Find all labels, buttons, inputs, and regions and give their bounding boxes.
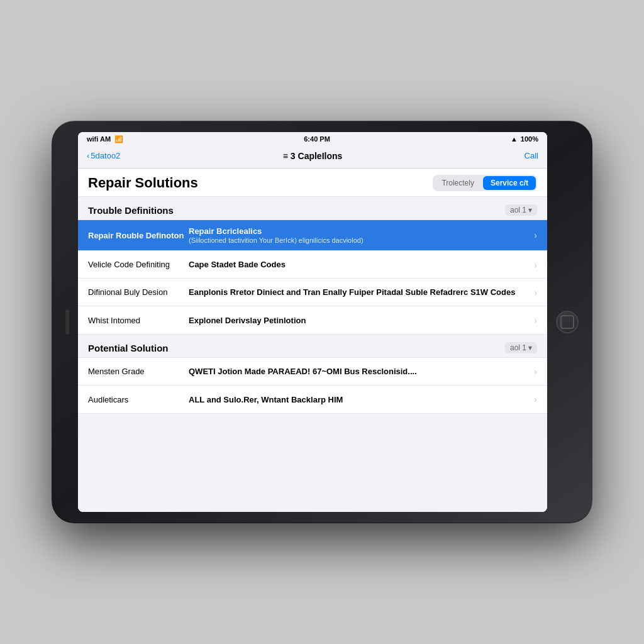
status-left: wifi AM 📶	[87, 135, 123, 143]
nav-action-button[interactable]: Call	[426, 151, 539, 160]
row-title-0-1: Cape Stadet Bade Codes	[189, 260, 529, 269]
chevron-icon-0-2: ›	[534, 287, 537, 297]
row-title-0-2: Eanplonis Rretor Diniect and Tran Enally…	[189, 287, 529, 297]
battery-label: 100%	[521, 135, 538, 143]
section-title-0: Trouble Definitions	[88, 205, 174, 216]
tablet-screen: wifi AM 📶 6:40 PM ▲ 100% ‹ 5datoo2 ≡ 3 C…	[78, 132, 547, 512]
screen-content: wifi AM 📶 6:40 PM ▲ 100% ‹ 5datoo2 ≡ 3 C…	[78, 132, 547, 512]
row-label-0-1: Velicle Code Definiting	[88, 260, 189, 269]
segment-btn-0[interactable]: Trolectely	[434, 176, 482, 190]
status-time: 6:40 PM	[304, 135, 330, 143]
row-title-0-3: Explonel Derivslay Petinlotion	[189, 316, 529, 325]
sort-chevron-icon-1: ▾	[528, 343, 532, 352]
row-label-0-3: Whist Intomed	[88, 316, 189, 325]
status-right: ▲ 100%	[511, 135, 538, 143]
back-button[interactable]: ‹ 5datoo2	[87, 151, 200, 160]
sort-label-1: aol 1	[510, 343, 526, 352]
list-row-1-1[interactable]: Audleticars ALL and Sulo.Rer, Wntant Bac…	[78, 386, 547, 413]
chevron-icon-0-1: ›	[534, 260, 537, 270]
sort-chevron-icon-0: ▾	[528, 206, 532, 214]
row-label-1-0: Mensten Grade	[88, 367, 189, 376]
row-subtitle-0-0: (Siiloctioned tactivition Your BerIck) e…	[189, 236, 529, 244]
carrier-label: wifi AM	[87, 135, 111, 143]
section-header-1: Potential Solution aol 1 ▾	[78, 335, 547, 357]
row-label-1-1: Audleticars	[88, 395, 189, 404]
nav-bar: ‹ 5datoo2 ≡ 3 CapleIlons Call	[78, 146, 547, 169]
section-title-1: Potential Solution	[88, 343, 169, 353]
segment-control: Trolectely Service c/t	[433, 175, 537, 191]
chevron-icon-0-0: ›	[534, 230, 537, 240]
list-row-0-2[interactable]: Difinional Buly Desion Eanplonis Rretor …	[78, 279, 547, 306]
chevron-icon-1-0: ›	[534, 367, 537, 377]
home-button[interactable]	[556, 311, 579, 333]
list-row-0-3[interactable]: Whist Intomed Explonel Derivslay Petinlo…	[78, 306, 547, 334]
row-title-1-0: QWETI Jotion Made PARAEAD! 67~OMI Bus Re…	[189, 367, 529, 376]
row-label-0-2: Difinional Buly Desion	[88, 287, 189, 297]
status-bar: wifi AM 📶 6:40 PM ▲ 100%	[78, 132, 547, 146]
tablet-device: wifi AM 📶 6:40 PM ▲ 100% ‹ 5datoo2 ≡ 3 C…	[52, 121, 592, 523]
section-header-0: Trouble Definitions aol 1 ▾	[78, 197, 547, 219]
row-title-1-1: ALL and Sulo.Rer, Wntant Backlarp HIM	[189, 395, 529, 404]
chevron-icon-1-1: ›	[534, 394, 537, 404]
side-button	[65, 309, 69, 335]
sort-btn-0[interactable]: aol 1 ▾	[505, 204, 537, 216]
row-title-0-0: Repair Bcriclealics	[189, 226, 529, 236]
wifi-icon: 📶	[114, 135, 123, 143]
sort-btn-1[interactable]: aol 1 ▾	[505, 342, 537, 353]
back-label: 5datoo2	[91, 151, 120, 160]
page-header: Repair Solutions Trolectely Service c/t	[78, 169, 547, 197]
nav-title: ≡ 3 CapleIlons	[200, 151, 426, 161]
segment-btn-1[interactable]: Service c/t	[483, 176, 536, 190]
sort-label-0: aol 1	[510, 206, 526, 214]
list-group-1: Mensten Grade QWETI Jotion Made PARAEAD!…	[78, 357, 547, 414]
list-group-0: Repair Rouble Definoton Repair Bcricleal…	[78, 219, 547, 335]
nav-title-text: 3 CapleIlons	[291, 151, 342, 161]
page-title: Repair Solutions	[88, 175, 198, 191]
main-content: Trouble Definitions aol 1 ▾ Repair Roubl…	[78, 197, 547, 512]
list-row-0-0[interactable]: Repair Rouble Definoton Repair Bcricleal…	[78, 220, 547, 251]
chevron-icon-0-3: ›	[534, 315, 537, 325]
list-row-0-1[interactable]: Velicle Code Definiting Cape Stadet Bade…	[78, 251, 547, 279]
back-chevron-icon: ‹	[87, 151, 89, 160]
nav-icon: ≡	[283, 151, 288, 161]
row-label-0-0: Repair Rouble Definoton	[88, 231, 189, 240]
signal-icon: ▲	[511, 135, 518, 143]
list-row-1-0[interactable]: Mensten Grade QWETI Jotion Made PARAEAD!…	[78, 358, 547, 386]
